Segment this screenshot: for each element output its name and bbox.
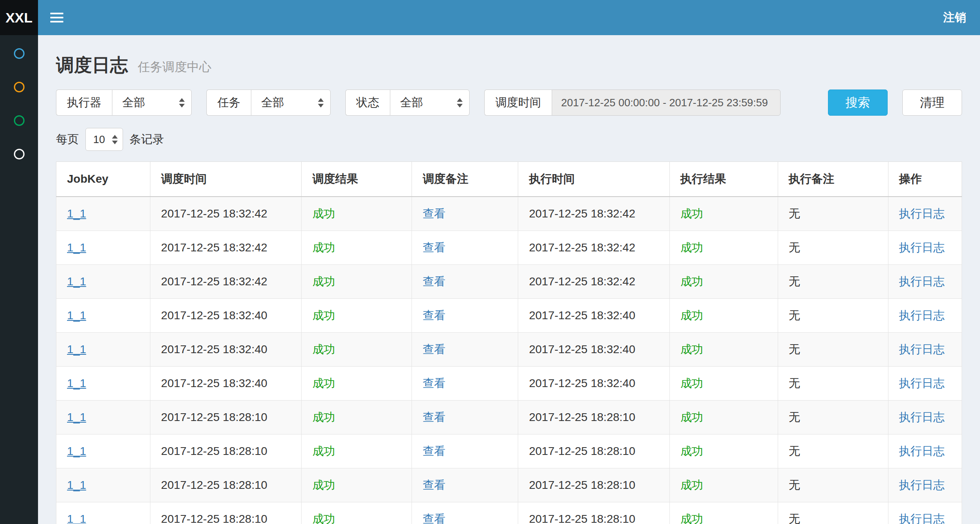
- handle-msg-cell: 无: [778, 502, 888, 524]
- handle-time-cell: 2017-12-25 18:32:40: [518, 333, 669, 367]
- jobkey-link-cell: 1_1: [56, 265, 150, 299]
- table-row: 1_12017-12-25 18:32:40成功查看2017-12-25 18:…: [56, 299, 962, 333]
- table-row: 1_12017-12-25 18:28:10成功查看2017-12-25 18:…: [56, 502, 962, 524]
- executor-select[interactable]: 全部: [112, 90, 192, 116]
- table-row: 1_12017-12-25 18:32:42成功查看2017-12-25 18:…: [56, 265, 962, 299]
- handle-time-cell: 2017-12-25 18:28:10: [518, 502, 669, 524]
- handle-result-cell: 成功: [669, 231, 778, 265]
- handle-result-cell: 成功: [669, 333, 778, 367]
- trigger-time-cell: 2017-12-25 18:28:10: [150, 401, 302, 434]
- exec-log-link-cell: 执行日志: [888, 299, 962, 333]
- trigger-msg-link[interactable]: 查看: [423, 445, 445, 457]
- jobkey-link[interactable]: 1_1: [67, 343, 86, 356]
- handle-result-cell: 成功: [669, 434, 778, 468]
- handle-msg-cell: 无: [778, 333, 888, 367]
- sidebar-toggle-button[interactable]: [38, 0, 76, 35]
- trigger-time-cell: 2017-12-25 18:32:40: [150, 299, 302, 333]
- trigger-result-cell: 成功: [302, 367, 412, 401]
- trigger-msg-link[interactable]: 查看: [423, 377, 445, 390]
- time-range-input[interactable]: 2017-12-25 00:00:00 - 2017-12-25 23:59:5…: [552, 90, 781, 116]
- status-label: 状态: [345, 90, 390, 116]
- trigger-msg-link[interactable]: 查看: [423, 309, 445, 322]
- select-arrows-icon: [457, 98, 463, 107]
- table-row: 1_12017-12-25 18:32:42成功查看2017-12-25 18:…: [56, 231, 962, 265]
- handle-result-cell: 成功: [669, 265, 778, 299]
- trigger-time-cell: 2017-12-25 18:32:42: [150, 197, 302, 231]
- handle-time-cell: 2017-12-25 18:28:10: [518, 434, 669, 468]
- trigger-msg-link[interactable]: 查看: [423, 241, 445, 254]
- handle-msg-cell: 无: [778, 468, 888, 502]
- trigger-msg-link[interactable]: 查看: [423, 275, 445, 288]
- column-header: 调度时间: [150, 162, 302, 197]
- trigger-time-cell: 2017-12-25 18:32:40: [150, 333, 302, 367]
- handle-time-cell: 2017-12-25 18:32:42: [518, 265, 669, 299]
- jobkey-link[interactable]: 1_1: [67, 411, 86, 423]
- sidebar-item-jobinfo-icon[interactable]: [14, 82, 25, 92]
- jobkey-link[interactable]: 1_1: [67, 275, 86, 288]
- exec-log-link-cell: 执行日志: [888, 265, 962, 299]
- trigger-msg-link-cell: 查看: [412, 367, 518, 401]
- search-button[interactable]: 搜索: [828, 90, 888, 116]
- jobkey-link[interactable]: 1_1: [67, 513, 86, 524]
- table-row: 1_12017-12-25 18:28:10成功查看2017-12-25 18:…: [56, 468, 962, 502]
- job-select[interactable]: 全部: [251, 90, 331, 116]
- jobkey-link-cell: 1_1: [56, 197, 150, 231]
- trigger-msg-link[interactable]: 查看: [423, 411, 445, 423]
- handle-result-cell: 成功: [669, 367, 778, 401]
- exec-log-link-cell: 执行日志: [888, 468, 962, 502]
- handle-msg-cell: 无: [778, 265, 888, 299]
- sidebar: [0, 35, 38, 524]
- status-select-value: 全部: [400, 95, 423, 110]
- column-header: 调度结果: [302, 162, 412, 197]
- jobkey-link[interactable]: 1_1: [67, 207, 86, 220]
- trigger-msg-link-cell: 查看: [412, 197, 518, 231]
- clear-button[interactable]: 清理: [902, 90, 962, 116]
- exec-log-link[interactable]: 执行日志: [899, 445, 945, 457]
- exec-log-link[interactable]: 执行日志: [899, 479, 945, 491]
- trigger-time-cell: 2017-12-25 18:28:10: [150, 468, 302, 502]
- trigger-msg-link[interactable]: 查看: [423, 207, 445, 220]
- job-select-value: 全部: [261, 95, 284, 110]
- handle-msg-cell: 无: [778, 367, 888, 401]
- main-content: 调度日志 任务调度中心 执行器 全部 任务 全部 状态 全部 调度时: [38, 35, 980, 524]
- jobkey-link[interactable]: 1_1: [67, 309, 86, 322]
- status-select[interactable]: 全部: [390, 90, 470, 116]
- sidebar-item-dashboard-icon[interactable]: [14, 48, 25, 59]
- jobkey-link-cell: 1_1: [56, 333, 150, 367]
- exec-log-link[interactable]: 执行日志: [899, 513, 945, 524]
- jobkey-link[interactable]: 1_1: [67, 241, 86, 254]
- trigger-msg-link[interactable]: 查看: [423, 343, 445, 356]
- app-logo[interactable]: XXL: [0, 0, 38, 35]
- jobkey-link[interactable]: 1_1: [67, 479, 86, 491]
- job-label: 任务: [206, 90, 251, 116]
- exec-log-link-cell: 执行日志: [888, 197, 962, 231]
- page-size-prefix: 每页: [56, 132, 79, 147]
- sidebar-item-joblog-icon[interactable]: [14, 115, 25, 126]
- select-arrows-icon: [318, 98, 324, 107]
- trigger-msg-link-cell: 查看: [412, 265, 518, 299]
- trigger-result-cell: 成功: [302, 333, 412, 367]
- trigger-msg-link-cell: 查看: [412, 502, 518, 524]
- sidebar-item-help-icon[interactable]: [14, 149, 25, 159]
- jobkey-link[interactable]: 1_1: [67, 445, 86, 457]
- handle-result-cell: 成功: [669, 401, 778, 434]
- filter-executor-group: 执行器 全部: [56, 90, 192, 116]
- logout-link[interactable]: 注销: [929, 0, 980, 35]
- exec-log-link[interactable]: 执行日志: [899, 241, 945, 254]
- trigger-msg-link[interactable]: 查看: [423, 479, 445, 491]
- exec-log-link[interactable]: 执行日志: [899, 377, 945, 390]
- trigger-msg-link-cell: 查看: [412, 468, 518, 502]
- exec-log-link[interactable]: 执行日志: [899, 275, 945, 288]
- exec-log-link[interactable]: 执行日志: [899, 207, 945, 220]
- jobkey-link[interactable]: 1_1: [67, 377, 86, 390]
- exec-log-link[interactable]: 执行日志: [899, 411, 945, 423]
- handle-msg-cell: 无: [778, 197, 888, 231]
- handle-msg-cell: 无: [778, 434, 888, 468]
- exec-log-link[interactable]: 执行日志: [899, 343, 945, 356]
- trigger-msg-link[interactable]: 查看: [423, 513, 445, 524]
- exec-log-link[interactable]: 执行日志: [899, 309, 945, 322]
- column-header: 操作: [888, 162, 962, 197]
- page-size-select[interactable]: 10: [85, 128, 123, 151]
- jobkey-link-cell: 1_1: [56, 502, 150, 524]
- log-table-card: JobKey调度时间调度结果调度备注执行时间执行结果执行备注操作 1_12017…: [56, 161, 962, 524]
